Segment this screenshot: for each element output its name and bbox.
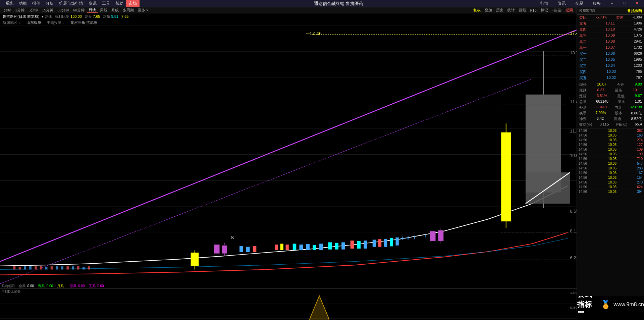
svg-rect-54 xyxy=(384,239,387,247)
svg-rect-46 xyxy=(328,242,332,249)
tab-news[interactable]: 资讯 xyxy=(555,1,569,6)
svg-text:─17.46: ─17.46 xyxy=(306,31,322,36)
svg-rect-17 xyxy=(40,266,42,270)
watermark-icon: 🏅 xyxy=(601,300,611,309)
menu-analysis[interactable]: 分析 xyxy=(43,1,56,6)
list-item: 14:56 10.06 547 xyxy=(577,161,644,166)
svg-text:0.80: 0.80 xyxy=(570,306,577,309)
indicator-info-bar: 凤鸣朝阳 金凤: 0.00 青凤: 0.00 丹凤 · 彩凤: 0.00 王凤:… xyxy=(0,284,577,288)
tb-restore[interactable]: 复权 xyxy=(472,8,482,13)
tb-multiperiod[interactable]: 多周期 xyxy=(121,8,136,13)
tb-monthly[interactable]: 月线 xyxy=(110,8,120,13)
tb-15min[interactable]: 15分钟 xyxy=(40,8,55,13)
indicator-bar-label: 凤鸣朝阳 xyxy=(1,284,15,288)
tb-watchlist[interactable]: +自选 xyxy=(550,8,563,13)
watermark-text1: 公式指标网 xyxy=(577,296,598,313)
tb-more[interactable]: 更多 > xyxy=(136,8,150,13)
menu-info[interactable]: 资讯 xyxy=(86,1,99,6)
svg-text:S: S xyxy=(231,235,234,240)
svg-rect-27 xyxy=(191,253,199,266)
region-val: 山东板块 xyxy=(26,20,41,25)
watermark-url: www.9m8.cn xyxy=(613,302,644,308)
dragon-muscle: 龙筋 9.81 7.65 xyxy=(103,14,128,19)
svg-text:13.78 ─: 13.78 ─ xyxy=(570,50,577,55)
order-book: 委比 -5.73% 委差 -1384 卖五 10.11 1996 卖四 10.1… xyxy=(577,15,644,81)
svg-text:11.39-12.53: 11.39-12.53 xyxy=(570,128,577,134)
svg-rect-22 xyxy=(66,266,69,270)
tb-f10[interactable]: F10 xyxy=(529,8,538,12)
list-item: 14:56 10.05 127 xyxy=(577,143,644,147)
list-item: 14:56 10.05 163 xyxy=(577,133,644,138)
svg-text:8.11: 8.11 xyxy=(570,228,577,233)
svg-rect-19 xyxy=(51,266,53,269)
svg-rect-53 xyxy=(378,239,381,247)
tb-60min[interactable]: 60分钟 xyxy=(71,8,86,13)
tb-weekly[interactable]: 周线 xyxy=(98,8,109,13)
svg-rect-50 xyxy=(357,241,361,249)
stock-name: 鲁抗医药 xyxy=(627,8,642,13)
svg-rect-51 xyxy=(364,241,367,249)
tb-stats[interactable]: 统计 xyxy=(506,8,517,13)
tab-quotes[interactable]: 行情 xyxy=(538,1,551,6)
menu-quote[interactable]: 报价 xyxy=(30,1,43,6)
svg-rect-90 xyxy=(0,289,577,320)
svg-rect-36 xyxy=(246,247,250,252)
window-close[interactable]: ✕ xyxy=(633,1,641,6)
chart-info-row1: 鲁抗医药(日线 前复权) ● 龙魂 获利比例 100.00 龙骨 7.65 龙筋… xyxy=(0,13,577,20)
svg-text:10.00: 10.00 xyxy=(570,153,577,158)
svg-rect-55 xyxy=(390,238,393,246)
indicator-wangfeng: 王凤: 0.00 xyxy=(89,284,104,288)
window-min[interactable]: － xyxy=(607,1,617,6)
list-item: 14:56 10.06 394 xyxy=(577,190,644,194)
svg-rect-14 xyxy=(24,266,26,269)
sell2-row: 卖二 10.08 2941 xyxy=(577,39,644,45)
svg-text:17.46: 17.46 xyxy=(570,31,577,36)
tb-30min[interactable]: 30分钟 xyxy=(56,8,71,13)
svg-rect-21 xyxy=(61,266,63,269)
indicator-jinfeng: 金凤: 0.00 xyxy=(19,284,34,288)
theme-label: 主题投资： xyxy=(47,20,65,25)
list-item: 14:56 10.05 283 xyxy=(577,166,644,171)
eps-row: 收益(⊙) 0.115 PE(动) 65.4 xyxy=(577,122,644,127)
right-tabs: 行情 资讯 交易 服务 － □ ✕ xyxy=(538,1,641,6)
list-item: 14:56 10.05 274 xyxy=(577,138,644,143)
watermark-banner: 公式指标网 🏅 www.9m8.cn xyxy=(577,296,644,313)
sell1-row: 卖一 10.07 1732 xyxy=(577,45,644,51)
main-chart[interactable]: S xyxy=(0,25,577,284)
menu-help[interactable]: 帮助 xyxy=(113,1,126,6)
tb-daily[interactable]: 日线 xyxy=(87,7,98,13)
change-row: 涨跌 0.37 最高 10.11 xyxy=(577,88,644,93)
svg-text:1.00: 1.00 xyxy=(570,291,577,295)
chart-svg: S xyxy=(0,25,577,284)
tb-draw[interactable]: 画线 xyxy=(517,8,528,13)
tb-back[interactable]: 返回 xyxy=(564,8,575,13)
tab-service[interactable]: 服务 xyxy=(590,1,603,6)
tab-trade[interactable]: 交易 xyxy=(573,1,586,6)
svg-rect-56 xyxy=(395,237,398,246)
menu-function[interactable]: 功能 xyxy=(16,1,30,6)
bottom-indicator-label: 用到DLL函数 xyxy=(1,289,21,294)
tb-1min[interactable]: 1分钟 xyxy=(13,8,26,13)
svg-rect-23 xyxy=(72,266,74,269)
svg-rect-67 xyxy=(501,132,511,221)
svg-rect-20 xyxy=(56,266,58,270)
menu-market[interactable]: 市场 xyxy=(126,0,140,7)
svg-rect-31 xyxy=(222,246,227,254)
chart-canvas-wrapper: S xyxy=(0,25,577,320)
menu-tools[interactable]: 工具 xyxy=(99,1,113,6)
tb-history[interactable]: 历史 xyxy=(494,8,505,13)
netasset-row: 净资 3.42 流通 8.52亿 xyxy=(577,116,644,122)
tb-fen[interactable]: 分时 xyxy=(2,8,13,13)
tb-5min[interactable]: 5分钟 xyxy=(27,8,40,13)
bottom-indicator-panel: 用到DLL函数 1.00 0.80 0.60 0.40 xyxy=(0,288,577,320)
svg-rect-52 xyxy=(373,240,376,247)
list-item: 14:56 10.05 624 xyxy=(577,185,644,190)
menu-system[interactable]: 系统 xyxy=(3,1,16,6)
tb-overlay[interactable]: 叠加 xyxy=(483,8,494,13)
svg-rect-12 xyxy=(13,266,16,270)
svg-rect-26 xyxy=(88,266,90,269)
window-max[interactable]: □ xyxy=(621,1,629,6)
svg-rect-44 xyxy=(313,245,316,250)
menu-expand-market[interactable]: 扩展市场行情 xyxy=(56,1,86,6)
tb-mark[interactable]: 标记 xyxy=(539,8,550,13)
